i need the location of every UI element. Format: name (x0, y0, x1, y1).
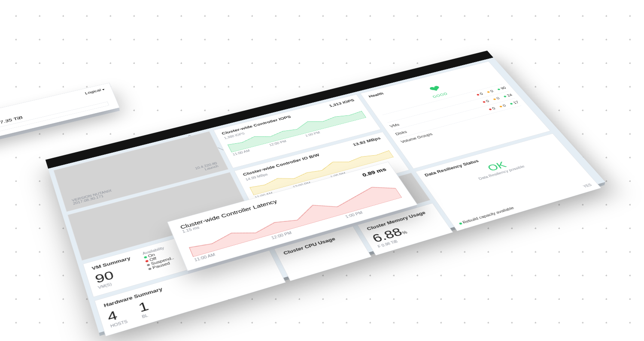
vm-on-k: On (147, 252, 155, 258)
vm-col1: Availability (142, 246, 165, 255)
vm-title: VM Summary (91, 254, 134, 271)
health-row2-grn: 17 (512, 100, 519, 104)
vm-count: 90 (93, 261, 140, 286)
resiliency-sub: Data Resiliency possible (435, 153, 566, 193)
health-row2-red: 0 (491, 106, 496, 110)
hw-blocks: 1 (137, 299, 151, 315)
health-row1-grn: 24 (506, 93, 513, 97)
hw-hosts-label: HOSTS (110, 319, 128, 328)
health-row1-label: VMs (389, 122, 400, 128)
health-row1-red: 0 (485, 99, 490, 103)
health-row0-red: 0 (479, 92, 484, 96)
resiliency-yes: YES (582, 183, 592, 188)
vm-pau-k: Paused (152, 261, 170, 269)
vm-sus-k: Suspend.. (150, 255, 174, 266)
hw-blocks-label: BL (141, 312, 152, 319)
health-row2-yel: 0 (502, 103, 507, 107)
mem-pct: 6.88 (370, 225, 404, 244)
vm-count-label: VM(S) (97, 274, 141, 290)
health-row0-yel: 0 (489, 89, 495, 93)
health-row0-grn: 90 (500, 86, 507, 90)
chevron-down-icon: ▾ (102, 88, 105, 91)
health-row1-yel: 0 (495, 96, 501, 100)
health-row2-label: Disks (395, 130, 408, 136)
mem-pct-unit: % (401, 229, 408, 235)
version-label: VERSION NUTANIX (71, 189, 112, 202)
vm-off-k: Off (149, 256, 157, 262)
version-value: 2017.08.30.171 (73, 192, 113, 205)
hw-hosts: 4 (105, 305, 127, 324)
